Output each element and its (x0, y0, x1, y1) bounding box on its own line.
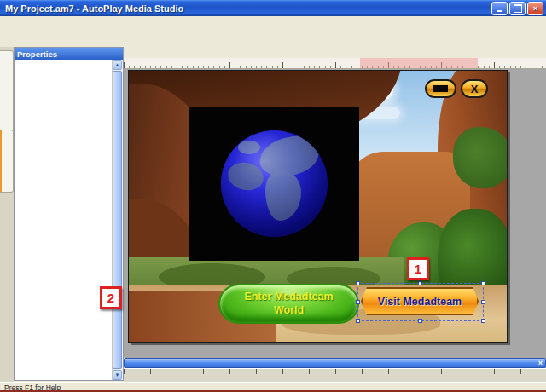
project-size-meter (124, 368, 546, 383)
resize-handle[interactable] (356, 281, 360, 285)
canvas-horizontal-scrollbar[interactable]: × (124, 358, 546, 368)
page-tab-strip (95, 47, 546, 59)
menu-bar (0, 16, 546, 27)
ruler-selection-highlight (360, 58, 478, 68)
pin-icon[interactable] (100, 49, 110, 59)
visit-medadteam-button[interactable]: Visit Medadteam (361, 287, 479, 315)
resize-handle[interactable] (418, 319, 422, 323)
size-meter-ticks (124, 369, 546, 374)
globe-image-object[interactable] (221, 130, 328, 237)
enter-medadteam-button[interactable]: Enter Medadteam World (218, 284, 359, 324)
resize-handle[interactable] (356, 319, 360, 323)
globe-shading (221, 130, 328, 237)
resize-handle[interactable] (356, 300, 360, 304)
panel-close-icon[interactable] (110, 49, 120, 59)
background-image-canyon[interactable]: X Enter Medadteam World Visit Medadteam (128, 70, 508, 343)
title-bar[interactable]: My Project.am7 - AutoPlay Media Studio × (0, 0, 546, 16)
properties-grid (15, 60, 113, 380)
design-canvas[interactable]: X Enter Medadteam World Visit Medadteam (124, 68, 546, 358)
resize-handle[interactable] (418, 281, 422, 285)
resize-handle[interactable] (481, 319, 485, 323)
size-warning-line (433, 369, 433, 383)
close-meter-icon[interactable]: × (538, 360, 543, 367)
scroll-up-icon[interactable]: ▲ (113, 60, 122, 70)
design-minimize-button[interactable] (425, 79, 456, 98)
toolbar (0, 27, 546, 48)
autoplay-media-studio-window: My Project.am7 - AutoPlay Media Studio × (0, 0, 546, 392)
sidebar-tab-properties[interactable] (0, 130, 14, 193)
properties-scrollbar[interactable]: ▲ ▼ (112, 60, 123, 380)
window-title: My Project.am7 - AutoPlay Media Studio (5, 3, 490, 14)
size-limit-line (491, 369, 491, 383)
dock-tab-strip (0, 47, 14, 382)
minimize-button[interactable] (491, 2, 508, 15)
scroll-down-icon[interactable]: ▼ (113, 370, 122, 380)
sidebar-tab-project-explorer[interactable] (0, 50, 14, 132)
scrollbar-thumb[interactable] (113, 71, 122, 369)
ruler-major-ticks (124, 62, 546, 68)
visit-medadteam-label: Visit Medadteam (378, 296, 462, 308)
maximize-button[interactable] (509, 2, 526, 15)
horizontal-ruler (124, 58, 546, 69)
annotation-badge-2: 2 (100, 286, 122, 309)
bush-top-right (453, 127, 508, 188)
design-close-button[interactable]: X (461, 79, 488, 98)
properties-panel-header[interactable]: Properties (15, 48, 123, 60)
annotation-badge-1: 1 (407, 257, 429, 280)
resize-handle[interactable] (481, 281, 485, 285)
close-button[interactable]: × (527, 2, 543, 15)
enter-medadteam-label: Enter Medadteam World (238, 291, 340, 317)
resize-handle[interactable] (481, 300, 485, 304)
properties-panel-title: Properties (17, 49, 57, 59)
properties-panel: Properties ▲ ▼ (14, 47, 124, 381)
